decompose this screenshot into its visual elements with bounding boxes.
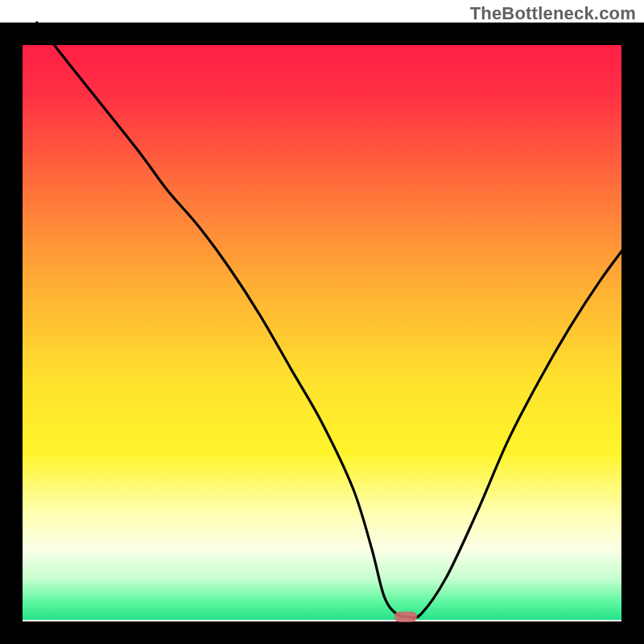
bottleneck-chart: TheBottleneck.com (0, 0, 644, 644)
plot-background (12, 23, 632, 620)
watermark-text: TheBottleneck.com (470, 3, 636, 24)
optimum-marker (394, 612, 417, 622)
chart-svg (0, 0, 644, 644)
